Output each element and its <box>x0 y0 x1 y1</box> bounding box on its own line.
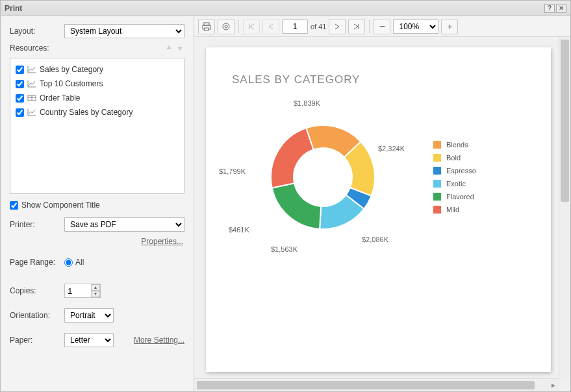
settings-panel: Layout: System Layout Resources: <box>1 16 194 391</box>
more-settings-link[interactable]: More Setting... <box>134 336 184 345</box>
printer-select[interactable]: Save as PDF <box>64 217 184 232</box>
legend-item: Espresso <box>433 167 476 175</box>
move-up-icon[interactable] <box>164 43 173 53</box>
svg-point-7 <box>225 25 227 28</box>
prev-page-button[interactable] <box>262 19 279 34</box>
legend-swatch <box>433 167 441 175</box>
paper-label: Paper: <box>10 336 59 345</box>
page-range-label: Page Range: <box>10 258 59 267</box>
page-range-all-radio[interactable] <box>64 258 73 267</box>
chart-icon <box>27 66 36 73</box>
zoom-out-button[interactable]: − <box>374 19 390 34</box>
horizontal-scrollbar[interactable]: ◄ ► <box>194 378 559 391</box>
legend-swatch <box>433 206 441 214</box>
scroll-right-icon[interactable]: ► <box>548 379 559 391</box>
svg-point-6 <box>223 23 229 30</box>
resource-label: Country Sales by Category <box>40 108 133 117</box>
titlebar: Print ? ✕ <box>1 1 570 16</box>
legend-item: Flavored <box>433 193 476 201</box>
show-title-label: Show Component Title <box>21 201 100 210</box>
preview-page: SALES BY CATEGORY $1,839K$1,799K$461K$1,… <box>206 47 551 372</box>
zoom-in-button[interactable]: + <box>441 19 458 34</box>
move-down-icon[interactable] <box>175 43 184 53</box>
page-input[interactable] <box>282 19 308 34</box>
orientation-label: Orientation: <box>10 311 59 320</box>
copies-up-icon[interactable]: ▲ <box>91 284 100 291</box>
paper-select[interactable]: Letter <box>64 333 114 347</box>
preview-toolbar: of 41 − 100% + <box>194 16 570 37</box>
donut-slice <box>272 183 322 229</box>
resource-label: Order Table <box>40 93 80 103</box>
legend-label: Exotic <box>446 180 466 188</box>
properties-link[interactable]: Properties... <box>141 237 183 246</box>
donut-slice <box>271 128 313 188</box>
svg-rect-4 <box>204 23 209 25</box>
first-page-button[interactable] <box>243 19 260 34</box>
print-button[interactable] <box>198 19 215 34</box>
legend-item: Exotic <box>433 180 476 188</box>
preview-area: SALES BY CATEGORY $1,839K$1,799K$461K$1,… <box>194 37 570 391</box>
donut-value-label: $1,839K <box>294 99 320 107</box>
resource-item[interactable]: Country Sales by Category <box>16 105 179 119</box>
copies-down-icon[interactable]: ▼ <box>91 291 100 297</box>
vertical-scrollbar[interactable] <box>559 37 570 378</box>
resource-checkbox[interactable] <box>16 94 24 103</box>
resource-checkbox[interactable] <box>16 80 24 88</box>
next-page-button[interactable] <box>329 19 346 34</box>
legend-label: Espresso <box>446 167 476 175</box>
resources-list: Sales by Category Top 10 Customers Order… <box>10 58 184 194</box>
legend-label: Flavored <box>446 193 474 201</box>
svg-rect-5 <box>205 28 209 31</box>
legend-swatch <box>433 141 441 149</box>
donut-value-label: $1,799K <box>219 167 246 175</box>
chart-icon <box>27 108 36 116</box>
copies-label: Copies: <box>10 286 59 295</box>
donut-value-label: $2,324K <box>378 145 405 153</box>
settings-button[interactable] <box>218 19 235 34</box>
resource-checkbox[interactable] <box>16 108 24 117</box>
chart-title: SALES BY CATEGORY <box>232 73 525 86</box>
resource-item[interactable]: Top 10 Customers <box>16 77 179 91</box>
resource-item[interactable]: Order Table <box>16 91 179 105</box>
legend-swatch <box>433 180 441 188</box>
orientation-select[interactable]: Portrait <box>64 308 114 323</box>
resources-label: Resources: <box>10 43 49 53</box>
donut-value-label: $2,086K <box>362 236 388 243</box>
show-title-checkbox[interactable] <box>10 201 18 210</box>
last-page-button[interactable] <box>348 19 365 34</box>
chart-legend: BlendsBoldEspressoExoticFlavoredMild <box>433 141 476 214</box>
legend-item: Mild <box>433 206 476 214</box>
zoom-select[interactable]: 100% <box>393 19 438 34</box>
donut-value-label: $461K <box>229 226 249 234</box>
resource-label: Top 10 Customers <box>40 79 103 88</box>
layout-label: Layout: <box>10 27 59 36</box>
legend-swatch <box>433 154 441 162</box>
preview-panel: of 41 − 100% + SALES BY CATEGORY <box>194 16 570 391</box>
legend-label: Blends <box>446 141 468 149</box>
legend-label: Bold <box>446 154 461 162</box>
chart-icon <box>27 80 36 88</box>
window-title: Print <box>5 4 22 13</box>
page-total-label: of 41 <box>311 23 326 31</box>
legend-item: Bold <box>433 154 476 162</box>
donut-chart: $1,839K$1,799K$461K$1,563K$2,086K$2,324K <box>232 99 414 255</box>
layout-select[interactable]: System Layout <box>64 24 184 38</box>
page-range-all-label: All <box>75 258 84 267</box>
help-button[interactable]: ? <box>544 4 555 13</box>
resource-item[interactable]: Sales by Category <box>16 62 179 77</box>
legend-label: Mild <box>446 206 459 214</box>
close-button[interactable]: ✕ <box>556 4 566 13</box>
donut-value-label: $1,563K <box>271 245 298 253</box>
print-dialog: Print ? ✕ Layout: System Layout Resource… <box>0 0 571 392</box>
resource-checkbox[interactable] <box>16 66 24 74</box>
legend-item: Blends <box>433 141 476 149</box>
resource-label: Sales by Category <box>40 65 103 74</box>
table-icon <box>27 94 36 102</box>
legend-swatch <box>433 193 441 201</box>
printer-label: Printer: <box>10 220 59 229</box>
